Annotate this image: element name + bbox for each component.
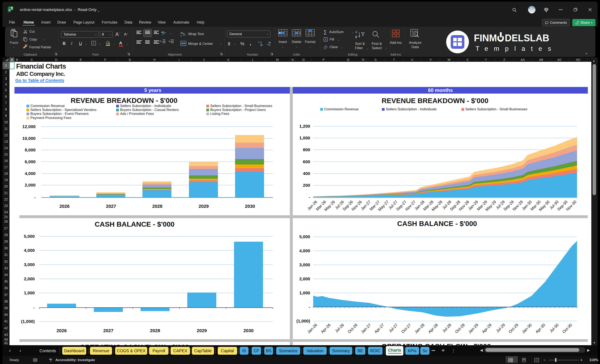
svg-text:0: 0: [261, 42, 262, 44]
svg-text:Z: Z: [355, 35, 357, 39]
svg-text:c: c: [180, 34, 182, 37]
svg-text:x: x: [9, 8, 10, 12]
svg-text:ab: ab: [180, 32, 183, 34]
svg-text:.00: .00: [268, 42, 271, 44]
svg-text:0: 0: [269, 44, 271, 46]
svg-text:ab: ab: [161, 31, 164, 34]
svg-text:A: A: [355, 30, 357, 34]
svg-text:.00: .00: [260, 44, 262, 46]
